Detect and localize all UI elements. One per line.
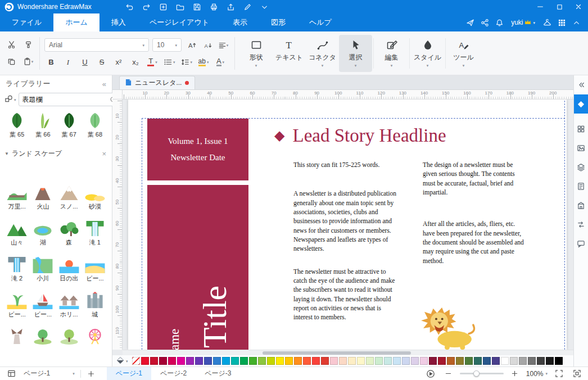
menu-tab-view[interactable]: 表示 bbox=[221, 13, 259, 31]
superscript-button[interactable]: x² bbox=[112, 56, 125, 68]
color-swatch[interactable] bbox=[492, 357, 500, 365]
share-icon[interactable] bbox=[477, 15, 492, 30]
send-icon[interactable] bbox=[463, 15, 477, 30]
drawing-canvas[interactable]: Volume 1, Issue 1 Newsletter Date Title … bbox=[123, 99, 573, 350]
fit-to-window-icon[interactable] bbox=[552, 368, 566, 380]
color-swatch[interactable] bbox=[528, 357, 536, 365]
document-tab[interactable]: ニュースレタ... bbox=[119, 76, 195, 89]
color-swatch[interactable] bbox=[456, 357, 464, 365]
color-swatch[interactable] bbox=[195, 357, 203, 365]
color-swatch[interactable] bbox=[393, 357, 401, 365]
bullet-list-button[interactable]: ▾ bbox=[162, 56, 177, 68]
user-account[interactable]: yuki ▾ bbox=[508, 19, 539, 26]
color-swatch[interactable] bbox=[204, 357, 212, 365]
note-panel[interactable] bbox=[574, 177, 588, 196]
menu-tab-help[interactable]: ヘルプ bbox=[297, 13, 343, 31]
no-fill-swatch[interactable] bbox=[132, 357, 140, 365]
page-thumbnails-icon[interactable] bbox=[4, 368, 18, 380]
color-swatch[interactable] bbox=[411, 357, 419, 365]
color-swatch[interactable] bbox=[240, 357, 248, 365]
save-icon[interactable] bbox=[191, 1, 204, 13]
library-item[interactable]: 湖 bbox=[30, 220, 55, 251]
underline-button[interactable]: U bbox=[78, 56, 92, 68]
edit-pen-icon[interactable] bbox=[241, 1, 255, 13]
font-color-button[interactable]: T▾ bbox=[146, 56, 159, 68]
color-swatch[interactable] bbox=[258, 357, 266, 365]
color-swatch[interactable] bbox=[177, 357, 185, 365]
library-item[interactable]: 山々 bbox=[4, 220, 29, 251]
color-swatch[interactable] bbox=[303, 357, 311, 365]
page-selector[interactable]: ページ-1 ▾ bbox=[21, 369, 77, 378]
zoom-in-button[interactable] bbox=[508, 368, 522, 380]
color-swatch[interactable] bbox=[519, 357, 527, 365]
story-column-2[interactable]: The design of a newsletter must be given… bbox=[423, 160, 528, 265]
library-item[interactable]: ビー... bbox=[83, 256, 107, 287]
color-swatch[interactable] bbox=[483, 357, 491, 365]
color-swatch[interactable] bbox=[150, 357, 158, 365]
library-item[interactable]: 万里... bbox=[4, 184, 29, 215]
library-item[interactable]: 葉 65 bbox=[4, 112, 29, 143]
library-item[interactable]: 日の出 bbox=[57, 256, 82, 287]
chevron-down-icon[interactable]: ▾ bbox=[126, 359, 128, 363]
text-tool-button[interactable]: Tテキスト bbox=[273, 35, 306, 72]
color-swatch[interactable] bbox=[276, 357, 284, 365]
color-swatch[interactable] bbox=[537, 357, 545, 365]
color-swatch[interactable] bbox=[213, 357, 221, 365]
skin-hanger-icon[interactable] bbox=[540, 15, 554, 30]
comment-panel[interactable] bbox=[574, 234, 588, 253]
lion-illustration[interactable] bbox=[416, 305, 477, 350]
library-item[interactable]: 小川 bbox=[30, 256, 55, 287]
strikethrough-button[interactable]: S bbox=[95, 56, 108, 68]
style-tool-button[interactable]: スタイル▾ bbox=[411, 35, 444, 72]
horizontal-scrollbar[interactable] bbox=[123, 350, 573, 355]
more-icon[interactable] bbox=[258, 1, 272, 13]
menu-tab-symbols[interactable]: 図形 bbox=[259, 13, 297, 31]
library-item[interactable]: 葉 66 bbox=[30, 112, 55, 143]
library-item[interactable] bbox=[30, 328, 55, 359]
fill-color-icon[interactable] bbox=[116, 356, 124, 366]
color-swatch[interactable] bbox=[231, 357, 239, 365]
library-category-button[interactable]: ▾ bbox=[4, 93, 16, 106]
italic-button[interactable]: I bbox=[61, 56, 75, 68]
color-swatch[interactable] bbox=[375, 357, 383, 365]
highlight-button[interactable]: ab▾ bbox=[197, 56, 210, 68]
swap-panel[interactable] bbox=[574, 215, 588, 234]
library-item[interactable]: ビー... bbox=[4, 292, 29, 323]
align-left-icon[interactable]: ▾ bbox=[216, 39, 230, 51]
edit-tool-button[interactable]: 編集▾ bbox=[375, 35, 408, 72]
color-swatch[interactable] bbox=[312, 357, 320, 365]
cut-icon[interactable] bbox=[4, 39, 18, 51]
color-swatch[interactable] bbox=[348, 357, 356, 365]
library-item[interactable]: 滝 1 bbox=[83, 220, 107, 251]
page-tab-1[interactable]: ページ-1 bbox=[107, 367, 151, 380]
minimize-icon[interactable] bbox=[531, 0, 550, 13]
collapse-right-panel[interactable] bbox=[574, 78, 588, 92]
arrange-panel[interactable] bbox=[574, 119, 588, 138]
library-item[interactable]: 砂漠 bbox=[83, 184, 107, 215]
font-size-select[interactable]: 10 ▾ bbox=[152, 38, 182, 52]
menu-tab-insert[interactable]: 挿入 bbox=[99, 13, 138, 31]
newsletter-sidebar[interactable]: Title ame bbox=[147, 185, 248, 350]
color-swatch[interactable] bbox=[186, 357, 194, 365]
presentation-play-icon[interactable] bbox=[424, 368, 437, 380]
color-swatch[interactable] bbox=[285, 357, 293, 365]
font-family-select[interactable]: Arial ▾ bbox=[44, 38, 149, 52]
image-panel[interactable] bbox=[574, 138, 588, 157]
add-page-button[interactable] bbox=[84, 368, 98, 380]
scrollbar-thumb[interactable] bbox=[263, 351, 411, 355]
library-item[interactable]: 葉 68 bbox=[83, 112, 107, 143]
section-close-icon[interactable]: × bbox=[102, 150, 107, 158]
line-spacing-button[interactable]: ▾ bbox=[180, 56, 194, 68]
library-item[interactable]: 森 bbox=[57, 220, 82, 251]
color-swatch[interactable] bbox=[546, 357, 554, 365]
color-swatch[interactable] bbox=[222, 357, 230, 365]
font-increase-icon[interactable]: A bbox=[185, 39, 198, 51]
select-tool-button[interactable]: 選択▾ bbox=[339, 35, 372, 72]
color-swatch[interactable] bbox=[465, 357, 473, 365]
newsletter-masthead[interactable]: Volume 1, Issue 1 Newsletter Date bbox=[147, 119, 248, 180]
lead-story-headline[interactable]: ◆Lead Story Headline bbox=[274, 125, 446, 146]
library-item[interactable]: ビー... bbox=[30, 292, 55, 323]
color-swatch[interactable] bbox=[339, 357, 347, 365]
library-item[interactable] bbox=[4, 328, 29, 359]
collapse-ribbon-icon[interactable] bbox=[569, 15, 584, 30]
